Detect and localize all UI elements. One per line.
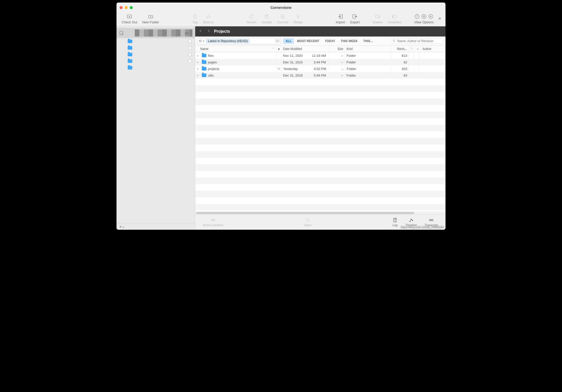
unshelve-button[interactable]: Unshelve bbox=[385, 14, 404, 24]
search-box[interactable] bbox=[390, 38, 443, 44]
import-icon bbox=[337, 14, 343, 19]
row-size: -- bbox=[329, 72, 345, 79]
log-button[interactable]: Log bbox=[392, 218, 398, 227]
toolbar-overflow-button[interactable] bbox=[436, 17, 443, 21]
search-input[interactable] bbox=[397, 39, 441, 43]
shelve-button[interactable]: Shelve bbox=[370, 14, 385, 24]
show-contents-button[interactable]: Show Contents bbox=[203, 218, 223, 227]
header-revision[interactable]: Revis... bbox=[391, 46, 409, 52]
header-name[interactable]: Name⌃ bbox=[195, 46, 276, 52]
checkbox[interactable] bbox=[188, 60, 191, 63]
revision-selector[interactable]: ▾ Latest in Repository (HEAD) bbox=[197, 38, 281, 44]
checkout-button[interactable]: Check Out bbox=[119, 14, 140, 24]
branch-button[interactable]: Branch bbox=[201, 14, 216, 24]
horizontal-scrollbar[interactable] bbox=[195, 211, 445, 215]
header-size[interactable]: Size bbox=[329, 46, 345, 52]
disclosure-icon[interactable]: ▸ bbox=[197, 74, 200, 77]
folder-icon bbox=[128, 59, 132, 63]
sidebar-repo-item[interactable]: cts bbox=[117, 28, 195, 38]
book-icon bbox=[392, 218, 398, 223]
import-button[interactable]: Import bbox=[333, 14, 348, 24]
row-name: projects bbox=[208, 67, 220, 71]
export-button[interactable]: Export bbox=[348, 14, 362, 24]
scrollbar-thumb[interactable] bbox=[196, 212, 414, 214]
sidebar-folder-item[interactable] bbox=[128, 38, 195, 45]
checkbox[interactable] bbox=[188, 53, 191, 56]
header-kind[interactable]: Kind bbox=[345, 46, 391, 52]
header-author[interactable]: Author bbox=[421, 46, 445, 52]
checkbox[interactable] bbox=[188, 40, 191, 43]
row-time: 4:02 PM bbox=[314, 67, 326, 71]
row-kind: Folder bbox=[345, 65, 391, 72]
disclosure-icon[interactable]: ▸ bbox=[197, 61, 200, 64]
filter-tabs: ALL MOST RECENT TODAY THIS WEEK THIS... bbox=[283, 38, 375, 44]
zoom-window-button[interactable] bbox=[130, 6, 133, 9]
row-name: utils bbox=[208, 74, 214, 77]
folder-icon bbox=[128, 40, 132, 43]
update-button[interactable]: Update bbox=[259, 14, 275, 24]
filter-tab-week[interactable]: THIS WEEK bbox=[338, 38, 360, 44]
branch-icon bbox=[205, 14, 211, 19]
revert-button[interactable]: Revert bbox=[244, 14, 259, 24]
disclosure-icon[interactable]: ▸ bbox=[197, 54, 200, 57]
tag-button[interactable]: Tag bbox=[189, 14, 201, 24]
newfolder-button[interactable]: New Folder bbox=[140, 14, 161, 24]
sidebar-folder-item[interactable] bbox=[128, 51, 195, 58]
path-bar: Projects bbox=[195, 26, 445, 37]
table-body: ▸ files Nov 11, 202011:19 AM -- Folder 8… bbox=[195, 52, 445, 211]
header-tag-icon[interactable] bbox=[409, 46, 415, 52]
row-size: -- bbox=[329, 59, 345, 65]
header-date[interactable]: Date Modified bbox=[282, 46, 329, 52]
unshelve-icon bbox=[391, 14, 398, 19]
content-area: Projects ▾ Latest in Repository (HEAD) A… bbox=[195, 26, 445, 230]
row-name: pages bbox=[208, 60, 217, 64]
chevron-double-right-icon bbox=[438, 17, 441, 20]
filter-tab-this[interactable]: THIS... bbox=[361, 38, 375, 44]
tag-icon bbox=[410, 47, 413, 50]
window-title: Cornerstone bbox=[117, 6, 445, 10]
header-status[interactable]: ● bbox=[276, 46, 282, 52]
sidebar-folder-item[interactable] bbox=[128, 58, 195, 64]
nav-forward-button[interactable] bbox=[206, 29, 211, 34]
table-row[interactable]: ▸ utils Dec 31, 20193:44 PM -- Folder 43 bbox=[195, 72, 445, 79]
minimize-window-button[interactable] bbox=[125, 6, 128, 9]
close-window-button[interactable] bbox=[120, 6, 123, 9]
add-button[interactable]: ＋ⅴ bbox=[119, 224, 124, 229]
branch-label: Branch bbox=[203, 20, 213, 24]
folder-icon bbox=[202, 54, 206, 57]
folder-icon bbox=[128, 46, 132, 50]
table-row[interactable]: ▸ projects Yesterday4:02 PM -- Folder 83… bbox=[195, 65, 445, 72]
checkbox[interactable] bbox=[188, 46, 191, 49]
watermark: https://blog.csdn.net/qq_24950043 bbox=[400, 225, 444, 229]
checkout-label: Check Out bbox=[122, 20, 137, 24]
transcript-icon bbox=[428, 218, 434, 223]
revision-tag: Latest in Repository (HEAD) bbox=[206, 39, 250, 43]
merge-button[interactable]: Merge bbox=[291, 14, 305, 24]
table-row[interactable]: ▸ pages Dec 31, 20193:44 PM -- Folder 42 bbox=[195, 59, 445, 65]
filter-tab-recent[interactable]: MOST RECENT bbox=[294, 38, 322, 44]
modified-indicator bbox=[278, 68, 280, 70]
table-header: Name⌃ ● Date Modified Size Kind Revis...… bbox=[195, 46, 445, 52]
sidebar-folder-item[interactable] bbox=[128, 64, 195, 71]
filter-tab-all[interactable]: ALL bbox=[283, 38, 294, 44]
row-date: Dec 31, 2019 bbox=[283, 60, 303, 64]
table-row[interactable]: ▸ files Nov 11, 202011:19 AM -- Folder 8… bbox=[195, 52, 445, 59]
commit-button[interactable]: Commit bbox=[274, 14, 291, 24]
viewoptions-button[interactable]: T View Options bbox=[411, 14, 436, 24]
sidebar-folder-item[interactable] bbox=[128, 45, 195, 51]
svg-point-15 bbox=[393, 40, 395, 42]
svg-point-2 bbox=[209, 17, 210, 19]
row-date: Yesterday bbox=[283, 67, 298, 71]
revert-icon bbox=[248, 14, 254, 19]
commit-icon bbox=[280, 14, 286, 19]
filter-tab-today[interactable]: TODAY bbox=[322, 38, 338, 44]
tag-label: Tag bbox=[192, 20, 198, 24]
nav-back-button[interactable] bbox=[198, 29, 203, 34]
row-size: -- bbox=[329, 65, 345, 72]
svg-point-1 bbox=[207, 17, 208, 19]
disclosure-icon[interactable]: ▸ bbox=[197, 67, 200, 70]
header-lock-icon[interactable] bbox=[415, 46, 421, 52]
open-button[interactable]: Open bbox=[304, 218, 311, 227]
row-time: 3:44 PM bbox=[314, 60, 326, 64]
row-time: 3:44 PM bbox=[314, 74, 326, 77]
